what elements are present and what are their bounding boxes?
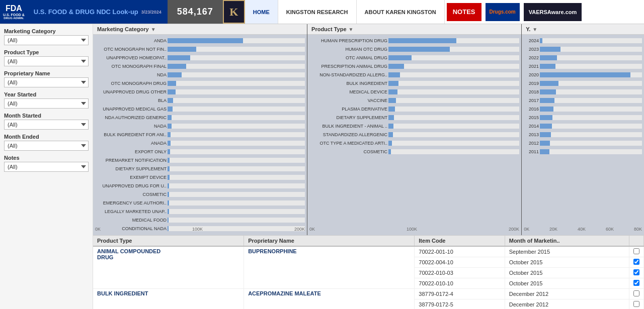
row-checkbox[interactable] — [633, 290, 639, 296]
bar-fill — [540, 55, 557, 60]
chart2-title: Product Type ▼ — [307, 24, 521, 35]
bar-item: 2024 — [524, 37, 642, 45]
bar-fill — [388, 72, 400, 77]
chart1-filter-icon[interactable]: ▼ — [151, 27, 156, 32]
chart-year: Y. ▼ 20242023202220212020201920182017201… — [522, 24, 644, 235]
bar-item: ANDA — [95, 37, 305, 45]
bar-label: UNAPPROVED HOMEOPAT.. — [95, 55, 167, 60]
col-product-type[interactable]: Product Type — [93, 236, 244, 246]
cell-checkbox[interactable] — [629, 246, 644, 257]
bar-track — [388, 72, 519, 77]
bar-fill — [168, 38, 243, 43]
col-item-code[interactable]: Item Code — [415, 236, 505, 246]
cell-proprietary-name: ACEPROMAZINE MALEATE — [244, 289, 415, 310]
bar-track — [388, 55, 519, 60]
x-axis: 0K20K40K60K80K — [522, 227, 644, 232]
filter-proprietary-name-select[interactable]: (All) — [4, 77, 89, 87]
bar-fill — [388, 141, 392, 146]
col-month[interactable]: Month of Marketin.. — [505, 236, 629, 246]
bar-item: 2013 — [524, 131, 642, 139]
cell-item-code: 38779-0172-4 — [415, 289, 505, 299]
cell-checkbox[interactable] — [629, 289, 644, 299]
x-axis-label: 0K — [309, 227, 315, 232]
bar-track — [388, 115, 519, 120]
bar-track — [168, 132, 305, 137]
bar-item: PREMARKET NOTIFICATION — [95, 156, 305, 164]
cell-checkbox[interactable] — [629, 257, 644, 268]
bar-fill — [540, 141, 550, 146]
filter-month-ended-select[interactable]: (All) — [4, 141, 89, 151]
bar-label: 2024 — [524, 38, 539, 43]
x-axis-label: 200K — [509, 227, 519, 232]
bar-label: 2023 — [524, 47, 539, 52]
main-layout: Marketing Category (All) Product Type (A… — [0, 24, 644, 309]
nav-kingston[interactable]: KINGSTON RESEARCH — [278, 0, 357, 24]
filter-notes-select[interactable]: (All) — [4, 162, 89, 172]
bar-track — [540, 141, 642, 146]
record-count: 584,167 — [168, 0, 223, 24]
bar-item: STANDARDIZED ALLERGENIC — [309, 131, 519, 139]
cell-month: October 2015 — [505, 278, 629, 289]
filter-year-started-label: Year Started — [4, 91, 89, 97]
filter-year-started-select[interactable]: (All) — [4, 98, 89, 109]
bar-fill — [388, 132, 393, 137]
bar-track — [168, 64, 305, 69]
bar-fill — [168, 124, 172, 129]
bar-fill — [388, 124, 393, 129]
vaers-button[interactable]: VAERSAware.com — [524, 3, 582, 21]
fda-admin: DRUG ADMIN. — [4, 17, 24, 20]
bar-track — [168, 218, 305, 223]
cell-month: December 2012 — [505, 289, 629, 299]
chart3-filter-icon[interactable]: ▼ — [532, 27, 537, 32]
bar-item: UNAPPROVED HOMEOPAT.. — [95, 54, 305, 62]
bar-label: LEGALLY MARKETED UNAP.. — [95, 209, 167, 214]
cell-checkbox[interactable] — [629, 299, 644, 310]
bar-label: PLASMA DERIVATIVE — [309, 107, 387, 112]
row-checkbox[interactable] — [633, 248, 639, 254]
bar-fill — [168, 107, 173, 112]
col-proprietary-name[interactable]: Proprietary Name — [244, 236, 415, 246]
cell-checkbox[interactable] — [629, 268, 644, 278]
bar-label: 2011 — [524, 149, 539, 154]
filter-marketing-category-select[interactable]: (All) — [4, 35, 89, 45]
bar-fill — [540, 115, 552, 120]
nav-home[interactable]: HOME — [245, 0, 278, 24]
nav-about[interactable]: ABOUT KAREN KINGSTON — [357, 0, 445, 24]
chart2-filter-icon[interactable]: ▼ — [349, 27, 354, 32]
row-checkbox[interactable] — [633, 269, 639, 275]
bar-fill — [540, 98, 554, 103]
bar-label: EMERGENCY USE AUTHORI.. — [95, 200, 167, 205]
bar-fill — [168, 192, 169, 197]
notes-button[interactable]: NOTES — [447, 3, 481, 21]
title-ndc: NDC Look-up — [97, 8, 138, 16]
bar-track — [540, 38, 642, 43]
cell-checkbox[interactable] — [629, 278, 644, 289]
cell-proprietary-name: BUPRENORPHINE — [244, 246, 415, 289]
row-checkbox[interactable] — [633, 280, 639, 286]
row-checkbox[interactable] — [633, 301, 639, 307]
chart2-body: HUMAN PRESCRIPTION DRUGHUMAN OTC DRUGOTC… — [307, 35, 521, 232]
bar-fill — [540, 81, 558, 86]
sidebar-filters: Marketing Category (All) Product Type (A… — [0, 24, 93, 309]
bar-label: OTC ANIMAL DRUG — [309, 55, 387, 60]
bar-item: OTC MONOGRAPH DRUG — [95, 79, 305, 87]
bar-track — [168, 81, 305, 86]
bar-track — [388, 81, 519, 86]
bar-fill — [168, 149, 170, 154]
filter-product-type-select[interactable]: (All) — [4, 56, 89, 66]
bar-label: UNAPPROVED DRUG FOR U.. — [95, 183, 167, 188]
row-checkbox[interactable] — [633, 259, 639, 265]
table-header: Product Type Proprietary Name Item Code … — [93, 236, 644, 246]
bar-track — [388, 149, 519, 154]
bar-label: HUMAN OTC DRUG — [309, 47, 387, 52]
filter-month-started: Month Started (All) — [4, 113, 89, 130]
bar-fill — [540, 89, 556, 94]
filter-month-started-select[interactable]: (All) — [4, 120, 89, 130]
bar-fill — [168, 89, 176, 94]
x-axis-label: 200K — [294, 227, 305, 232]
bar-label: OTC MONOGRAPH NOT FIN.. — [95, 47, 167, 52]
bar-track — [388, 38, 519, 43]
bar-label: 2018 — [524, 89, 539, 94]
x-axis-label: 100K — [192, 227, 203, 232]
bar-item: 2011 — [524, 148, 642, 156]
